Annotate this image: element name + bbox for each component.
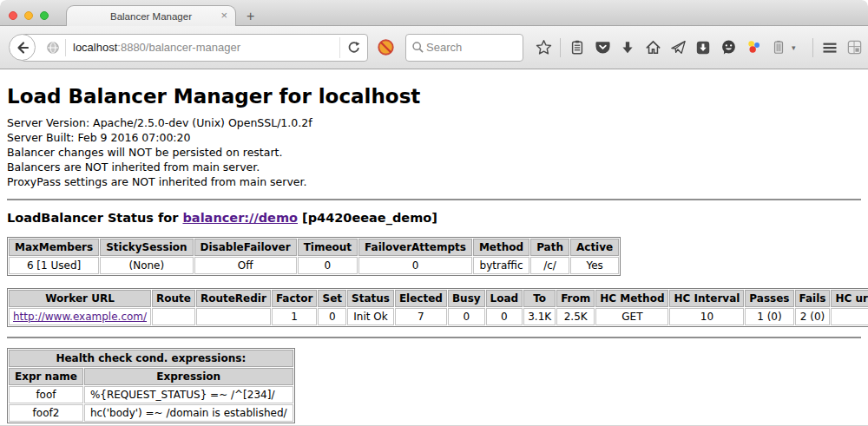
home-icon (645, 39, 661, 56)
download-manager-addon-icon (695, 40, 711, 56)
search-field[interactable] (405, 34, 523, 62)
status-value: Init Ok (347, 308, 394, 325)
table-title-row: Health check cond. expressions: (9, 350, 293, 367)
expr-name-value: foof2 (9, 404, 83, 422)
active-value: Yes (570, 257, 619, 274)
table-row: 6 [1 Used] (None) Off 0 0 bytraffic /c/ … (9, 257, 619, 274)
stickysession-value: (None) (100, 257, 193, 274)
color-dots-icon (746, 39, 762, 56)
table-row: foof2 hc('body') =~ /domain is establish… (9, 404, 293, 422)
new-tab-button[interactable]: + (247, 10, 254, 23)
tab-close-icon[interactable]: × (220, 9, 227, 22)
send-button[interactable] (669, 39, 687, 56)
chat-addon-button[interactable] (720, 39, 737, 56)
fails-value: 2 (0) (795, 308, 831, 325)
download-manager-addon-button[interactable] (694, 39, 712, 56)
col-expression: Expression (84, 368, 293, 385)
col-load: Load (486, 290, 523, 307)
status-heading-suffix: [p4420eeae_demo] (302, 211, 437, 225)
toolbar-icons: ▾ (535, 38, 864, 57)
send-plane-icon (670, 39, 687, 56)
downloads-button[interactable] (619, 39, 636, 56)
col-path: Path (530, 239, 569, 256)
color-dots-addon-button[interactable] (745, 39, 762, 56)
url-text[interactable]: localhost:8880/balancer-manager (73, 41, 339, 54)
worker-url-cell: http://www.example.com/ (9, 308, 151, 325)
url-bar[interactable]: localhost:8880/balancer-manager (21, 34, 368, 62)
server-version-line: Server Version: Apache/2.5.0-dev (Unix) … (7, 115, 861, 130)
passes-value: 1 (0) (745, 308, 793, 325)
col-stickysession: StickySession (100, 239, 193, 256)
expr-name-value: foof (9, 386, 83, 403)
traffic-lights (9, 11, 49, 20)
col-active: Active (570, 239, 619, 256)
table-header-row: Expr name Expression (9, 368, 293, 385)
failoverattempts-value: 0 (358, 257, 472, 274)
route-value (152, 308, 195, 325)
balancer-settings-table: MaxMembers StickySession DisableFailover… (7, 237, 621, 276)
divider (7, 199, 861, 200)
chat-smiley-icon (720, 39, 737, 56)
search-icon (411, 41, 424, 54)
plugin-blocked-button[interactable] (377, 38, 395, 56)
routeredir-value (196, 308, 271, 325)
url-host: localhost (73, 41, 117, 54)
pocket-button[interactable] (594, 39, 611, 56)
col-hc-uri: HC uri (831, 290, 868, 307)
col-factor: Factor (272, 290, 318, 307)
urlbar-separator (65, 39, 66, 56)
search-input[interactable] (424, 40, 511, 55)
col-set: Set (318, 290, 346, 307)
load-value: 0 (486, 308, 523, 325)
tab-groups-button[interactable] (846, 39, 864, 56)
url-path: :8880/balancer-manager (117, 41, 240, 54)
col-worker-url: Worker URL (9, 290, 151, 307)
hc-interval-value: 10 (669, 308, 744, 325)
close-window-button[interactable] (9, 11, 17, 20)
col-passes: Passes (745, 290, 793, 307)
back-arrow-icon (16, 41, 30, 55)
hc-method-value: GET (595, 308, 668, 325)
expression-value: %{REQUEST_STATUS} =~ /^[234]/ (84, 386, 293, 403)
menu-button[interactable] (821, 39, 838, 56)
col-timeout: Timeout (298, 239, 358, 256)
col-hc-method: HC Method (595, 290, 668, 307)
minimize-window-button[interactable] (24, 11, 33, 20)
col-route: Route (152, 290, 195, 307)
reading-list-button[interactable] (569, 39, 586, 56)
toolbar-separator (560, 38, 561, 57)
maxmembers-value: 6 [1 Used] (9, 257, 99, 274)
worker-url-link[interactable]: http://www.example.com/ (13, 311, 147, 323)
proxypass-notice-line: ProxyPass settings are NOT inherited fro… (7, 174, 861, 189)
col-status: Status (347, 290, 394, 307)
clipper-addon-button[interactable] (770, 39, 787, 56)
col-method: Method (473, 239, 529, 256)
col-expr-name: Expr name (9, 368, 83, 385)
reload-button[interactable] (339, 37, 367, 58)
clipper-battery-icon (771, 39, 786, 56)
globe-icon (46, 41, 60, 55)
pocket-icon (595, 39, 611, 56)
balancers-notice-line: Balancers are NOT inherited from main se… (7, 160, 861, 174)
col-hc-interval: HC Interval (669, 290, 744, 307)
title-bar: Balancer Manager × + (0, 0, 868, 26)
back-button[interactable] (9, 34, 36, 61)
health-check-table: Health check cond. expressions: Expr nam… (7, 348, 295, 423)
col-busy: Busy (448, 290, 485, 307)
toolbar-separator (812, 38, 813, 57)
divider (7, 337, 861, 338)
bookmark-star-button[interactable] (535, 39, 552, 56)
downloads-icon (620, 40, 635, 56)
col-elected: Elected (395, 290, 447, 307)
col-from: From (556, 290, 595, 307)
balancer-demo-link[interactable]: balancer://demo (182, 211, 298, 225)
plugin-blocked-icon (377, 38, 395, 56)
reload-icon (347, 41, 360, 54)
home-button[interactable] (644, 39, 661, 56)
zoom-window-button[interactable] (40, 11, 49, 20)
tab-balancer-manager[interactable]: Balancer Manager × (66, 5, 236, 26)
chevron-down-icon[interactable]: ▾ (792, 43, 796, 52)
hamburger-menu-icon (821, 39, 838, 56)
set-value: 0 (318, 308, 346, 325)
elected-value: 7 (395, 308, 447, 325)
